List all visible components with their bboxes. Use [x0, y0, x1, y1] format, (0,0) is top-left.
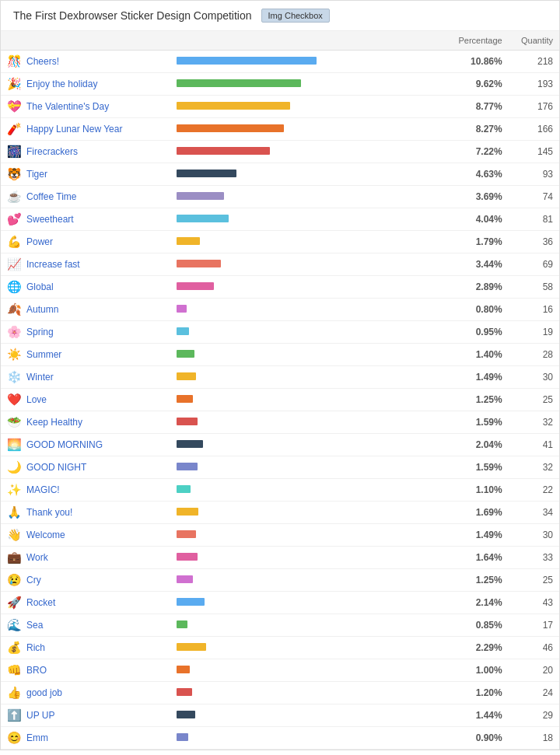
- name-col-td: 💰Rich: [1, 637, 170, 659]
- pct-cell: 1.10%: [441, 479, 509, 502]
- qty-cell: 18: [509, 727, 559, 750]
- table-row: 🌸Spring0.95%19: [1, 321, 559, 344]
- progress-bar: [177, 57, 317, 65]
- progress-bar: [177, 79, 301, 87]
- bar-col-td: [170, 208, 441, 231]
- bar-col-td: [170, 614, 441, 637]
- qty-cell: 43: [509, 592, 559, 614]
- table-row: 💪Power1.79%36: [1, 231, 559, 253]
- table-row: 💰Rich2.29%46: [1, 637, 559, 659]
- pct-cell: 3.44%: [441, 253, 509, 276]
- row-emoji: 🌸: [7, 325, 22, 339]
- row-emoji: 👍: [7, 686, 22, 700]
- bar-col-td: [170, 186, 441, 208]
- table-row: ☀️Summer1.40%28: [1, 344, 559, 366]
- bar-col-td: [170, 434, 441, 456]
- pct-cell: 8.77%: [441, 96, 509, 118]
- progress-bar: [177, 147, 270, 155]
- pct-cell: 2.14%: [441, 592, 509, 614]
- bar-col-td: [170, 479, 441, 502]
- row-name: Love: [26, 394, 47, 405]
- name-col-td: 📈Increase fast: [1, 253, 170, 276]
- row-emoji: 🎊: [7, 54, 22, 68]
- pct-cell: 1.69%: [441, 502, 509, 524]
- bar-col-td: [170, 253, 441, 276]
- bar-col-td: [170, 321, 441, 344]
- bar-col-td: [170, 73, 441, 96]
- row-emoji: ☀️: [7, 348, 22, 362]
- progress-bar: [177, 215, 229, 222]
- name-col-td: ✨MAGIC!: [1, 479, 170, 502]
- row-emoji: 💪: [7, 235, 22, 249]
- qty-cell: 32: [509, 411, 559, 434]
- table-row: 💝The Valentine's Day8.77%176: [1, 96, 559, 118]
- pct-cell: 1.59%: [441, 411, 509, 434]
- qty-cell: 218: [509, 51, 559, 73]
- row-emoji: 🙏: [7, 505, 22, 519]
- table-row: 🚀Rocket2.14%43: [1, 592, 559, 614]
- name-col-td: 💼Work: [1, 547, 170, 569]
- row-emoji: 🎆: [7, 145, 22, 159]
- bar-col-td: [170, 366, 441, 389]
- pct-cell: 4.04%: [441, 208, 509, 231]
- qty-cell: 93: [509, 163, 559, 186]
- table-row: 👋Welcome1.49%30: [1, 524, 559, 547]
- pct-cell: 2.89%: [441, 276, 509, 299]
- row-emoji: 🎉: [7, 77, 22, 91]
- name-col-td: 🌸Spring: [1, 321, 170, 344]
- table-header: Percentage Quantity: [1, 31, 559, 51]
- progress-bar: [177, 620, 187, 628]
- table-row: ⬆️UP UP1.44%29: [1, 704, 559, 727]
- name-col-td: 🙏Thank you!: [1, 502, 170, 524]
- table-row: 🙏Thank you!1.69%34: [1, 502, 559, 524]
- qty-cell: 176: [509, 96, 559, 118]
- table-row: 🌙GOOD NIGHT1.59%32: [1, 456, 559, 479]
- name-col-td: 👊BRO: [1, 659, 170, 682]
- pct-cell: 1.25%: [441, 569, 509, 592]
- name-col-td: ☕Coffee Time: [1, 186, 170, 208]
- row-name: Rich: [26, 642, 45, 653]
- pct-cell: 0.80%: [441, 299, 509, 321]
- row-name: Cheers!: [26, 56, 59, 67]
- qty-cell: 33: [509, 547, 559, 569]
- qty-cell: 25: [509, 569, 559, 592]
- bar-col-td: [170, 276, 441, 299]
- qty-cell: 16: [509, 299, 559, 321]
- name-col-td: 🌙GOOD NIGHT: [1, 456, 170, 479]
- row-emoji: 📈: [7, 257, 22, 271]
- name-col-td: 🎆Firecrackers: [1, 141, 170, 163]
- progress-bar: [177, 598, 205, 606]
- row-emoji: 🌙: [7, 460, 22, 474]
- row-name: Firecrackers: [26, 146, 78, 157]
- progress-bar: [177, 237, 200, 245]
- bar-col-td: [170, 569, 441, 592]
- progress-bar: [177, 463, 198, 470]
- table-row: 👍good job1.20%24: [1, 682, 559, 704]
- row-emoji: 😢: [7, 573, 22, 587]
- row-name: Summer: [26, 349, 61, 360]
- bar-col-td: [170, 659, 441, 682]
- table-row: ❄️Winter1.49%30: [1, 366, 559, 389]
- img-checkbox-button[interactable]: Img Checkbox: [261, 9, 330, 23]
- name-col-td: ❄️Winter: [1, 366, 170, 389]
- row-name: UP UP: [26, 710, 54, 721]
- row-emoji: 🧨: [7, 122, 22, 136]
- row-name: Cry: [26, 575, 41, 585]
- row-emoji: 🥗: [7, 415, 22, 429]
- qty-cell: 81: [509, 208, 559, 231]
- progress-bar: [177, 440, 203, 448]
- progress-bar: [177, 260, 221, 267]
- name-col-td: 🌊Sea: [1, 614, 170, 637]
- pct-cell: 9.62%: [441, 73, 509, 96]
- row-emoji: ☕: [7, 190, 22, 204]
- qty-cell: 25: [509, 389, 559, 411]
- row-name: Power: [26, 236, 53, 247]
- table-row: 🌅GOOD MORNING2.04%41: [1, 434, 559, 456]
- name-col-td: 🚀Rocket: [1, 592, 170, 614]
- row-name: Keep Healthy: [26, 417, 82, 428]
- row-name: The Valentine's Day: [26, 101, 109, 112]
- table-row: 🧨Happy Lunar New Year8.27%166: [1, 118, 559, 141]
- qty-cell: 20: [509, 659, 559, 682]
- progress-bar: [177, 124, 284, 132]
- name-col-td: 🌐Global: [1, 276, 170, 299]
